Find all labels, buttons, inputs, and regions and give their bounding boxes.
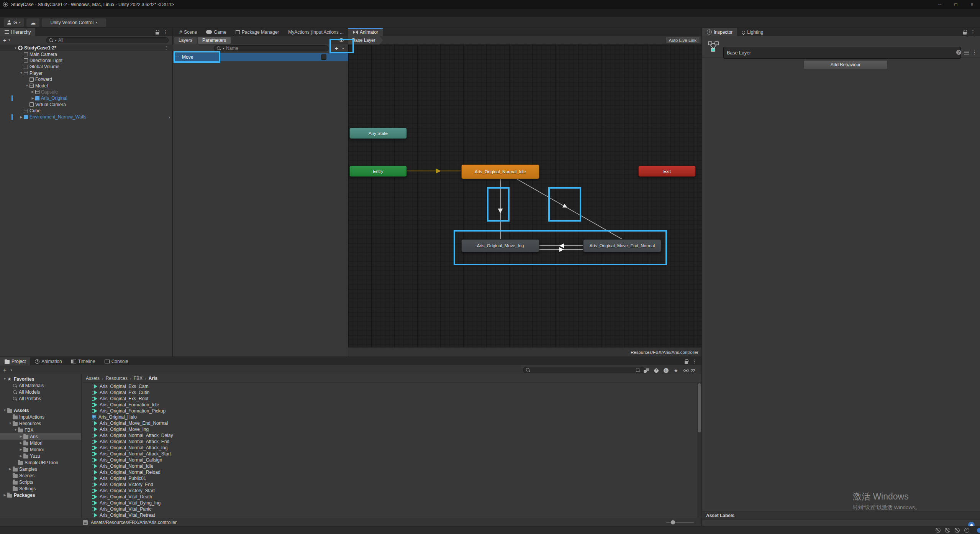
parameter-row-move[interactable]: Move [173,53,348,61]
project-tree-item[interactable]: Assets [0,407,81,414]
chevron-down-icon[interactable]: ▼ [342,47,344,50]
project-tree-item[interactable]: FBX [0,427,81,433]
help-icon[interactable]: ? [956,50,961,55]
lock-icon[interactable] [156,32,159,35]
asset-list-item[interactable]: Aris_Original_Exs_Cutin [82,389,701,396]
asset-list-item[interactable]: Aris_Original_Formation_Pickup [82,408,701,414]
cloud-button[interactable]: ☁ [26,18,39,27]
foldout-arrow-icon[interactable] [8,467,13,471]
tab-package-manager[interactable]: Package Manager [231,28,284,36]
tab-hierarchy[interactable]: Hierarchy [0,28,35,36]
asset-list-item[interactable]: Aris_Original_Vital_Retreat [82,512,701,518]
parameter-bool-checkbox[interactable] [321,54,326,60]
hierarchy-search[interactable]: ▼ [46,37,169,43]
foldout-arrow-icon[interactable] [2,493,7,497]
breadcrumb-aris[interactable]: Aris [149,376,157,381]
project-search[interactable] [523,367,645,373]
asset-list-item[interactable]: Aris_Original_Normal_Attack_Ing [82,445,701,451]
asset-list-item[interactable]: Aris_Original_Public01 [82,475,701,481]
foldout-arrow-icon[interactable] [8,422,13,425]
project-tree-item[interactable]: Samples [0,466,81,472]
state-any-state[interactable]: Any State [349,128,407,139]
state-entry[interactable]: Entry [349,166,407,177]
foldout-arrow-icon[interactable] [13,428,18,432]
kebab-menu-icon[interactable]: ⋮ [972,50,977,55]
hierarchy-item[interactable]: Global Volume [0,64,173,70]
project-tree-item[interactable]: Midori [0,440,81,446]
slider-knob[interactable] [671,520,675,524]
asset-list-item[interactable]: Aris_Original_Victory_Start [82,488,701,494]
asset-list-item[interactable]: Aris_Original_Normal_Reload [82,469,701,475]
asset-list-item[interactable]: Aris_Original_Normal_Attack_End [82,439,701,445]
foldout-arrow-icon[interactable] [19,71,24,75]
layer-name-input[interactable] [727,50,957,56]
breadcrumb-resources[interactable]: Resources [106,376,128,381]
lock-icon[interactable] [963,32,967,35]
scrollbar[interactable] [697,383,701,518]
scrollbar-thumb[interactable] [698,383,701,432]
add-behaviour-button[interactable]: Add Behaviour [803,60,888,69]
project-tree-item[interactable]: SimpleURPToon [0,459,81,466]
project-tree-item[interactable]: Scripts [0,479,81,485]
add-parameter-button[interactable]: + [335,45,338,51]
menu-item[interactable] [17,9,25,17]
project-tree-item[interactable]: Scenes [0,472,81,479]
create-asset-button[interactable]: + [3,367,7,373]
asset-list-item[interactable]: Aris_Original_Vital_Panic [82,506,701,512]
foldout-arrow-icon[interactable] [18,435,23,438]
foldout-arrow-icon[interactable] [30,90,35,94]
project-tree-item[interactable]: Yuzu [0,453,81,459]
tab-lighting[interactable]: Lighting [737,28,768,36]
project-tree-item[interactable]: All Materials [0,382,81,389]
filter-by-label-icon[interactable] [653,368,659,373]
account-button[interactable]: G ▼ [4,18,24,27]
asset-list-item[interactable]: Aris_Original_Victory_End [82,481,701,488]
close-button[interactable]: × [964,0,980,9]
project-tree-item[interactable]: Packages [0,492,81,498]
asset-list-item[interactable]: Aris_Original_Exs_Root [82,396,701,402]
asset-list-item[interactable]: Aris_Original_Normal_Attack_Start [82,451,701,457]
menu-item[interactable] [25,9,32,17]
tab-myactions[interactable]: MyActions (Input Actions ... [284,28,348,36]
hierarchy-item[interactable]: Player [0,70,173,76]
tab-scene[interactable]: # Scene [175,28,202,36]
tab-console[interactable]: Console [100,357,133,365]
lock-icon[interactable] [685,361,688,364]
kebab-menu-icon[interactable]: ⋮ [970,30,975,35]
filter-by-type-icon[interactable] [644,368,649,373]
version-control-dropdown[interactable]: Unity Version Control ▼ [42,18,106,27]
menu-item[interactable] [32,9,40,17]
icon-size-slider[interactable] [666,522,694,523]
menu-item[interactable] [2,9,9,17]
foldout-arrow-icon[interactable] [19,115,24,119]
drag-handle-icon[interactable] [175,56,179,58]
project-tree-item[interactable]: Resources [0,420,81,427]
kebab-menu-icon[interactable]: ⋮ [692,359,697,364]
asset-list-item[interactable]: Aris_Original_Normal_Idle [82,463,701,469]
tab-project[interactable]: Project [0,357,30,365]
asset-labels-header[interactable]: Asset Labels [702,511,980,520]
menu-item[interactable] [63,9,70,17]
tab-timeline[interactable]: Timeline [67,357,100,365]
tab-parameters[interactable]: Parameters [198,37,231,44]
hierarchy-item[interactable]: Capsule [0,89,173,95]
parameter-search[interactable]: ▼ [214,45,329,51]
tab-inspector[interactable]: i Inspector [702,28,737,36]
project-tree-item[interactable]: All Models [0,389,81,395]
project-search-input[interactable] [531,367,635,373]
presets-icon[interactable] [964,51,969,54]
state-exit[interactable]: Exit [638,166,696,177]
eye-icon[interactable] [339,38,344,42]
foldout-arrow-icon[interactable] [30,97,35,100]
asset-list-item[interactable]: Aris_Original_Normal_Attack_Delay [82,432,701,439]
tab-animation[interactable]: Animation [30,357,66,365]
chevron-down-icon[interactable]: ▼ [10,369,13,371]
state-move-end[interactable]: Aris_Original_Move_End_Normal [583,239,661,252]
menu-item[interactable] [9,9,17,17]
breadcrumb-assets[interactable]: Assets [86,376,100,381]
parameter-search-input[interactable] [226,46,318,51]
hierarchy-item[interactable]: StudyCase1-2* [0,45,173,51]
project-tree-item[interactable]: All Prefabs [0,395,81,402]
hierarchy-search-input[interactable] [58,38,158,43]
notifications-disabled-icon[interactable] [955,528,960,533]
